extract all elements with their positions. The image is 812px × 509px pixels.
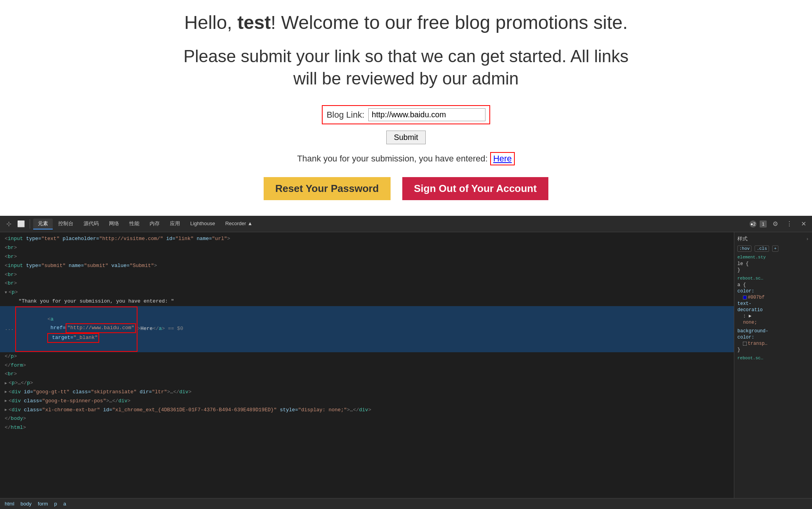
tab-memory[interactable]: 内存 [145, 219, 164, 229]
welcome-heading: Hello, test! Welcome to our free blog pr… [184, 12, 628, 33]
toolbar-separator [30, 219, 30, 229]
style-val-color: #007bf [737, 295, 809, 300]
tab-elements[interactable]: 元素 [33, 219, 53, 229]
submit-button[interactable]: Submit [386, 131, 425, 144]
code-line-8[interactable]: ... <a href="http://www.baidu.com" targe… [0, 306, 734, 352]
tab-performance[interactable]: 性能 [125, 219, 144, 229]
reset-password-button[interactable]: Reset Your Password [264, 177, 391, 200]
devtools-panel: ⊹ ⬜ 元素 控制台 源代码 网络 性能 内存 应用 Lighthouse Re… [0, 216, 812, 509]
code-line-1: <br> [0, 244, 734, 253]
blog-link-label: Blog Link: [327, 110, 364, 120]
styles-header: 样式 › [737, 235, 809, 242]
circle-badge: ●2 [750, 220, 757, 228]
style-source-reboot2: reboot.sc… [737, 356, 809, 360]
rect-badge: 1 [760, 220, 767, 228]
style-source-1: element.sty [737, 255, 809, 260]
style-prop-textdec2: decoratio [737, 307, 809, 313]
username: test [237, 12, 271, 33]
code-line-17: </html> [0, 423, 734, 432]
style-selector-2: a { [737, 282, 809, 288]
code-line-15: ▶<div class="xl-chrome-ext-bar" id="xl_c… [0, 406, 734, 415]
thank-you-message: Thank you for your submission, you have … [297, 154, 490, 163]
signout-button[interactable]: Sign Out of Your Account [402, 177, 548, 200]
code-line-10: </form> [0, 361, 734, 370]
styles-title: 样式 [737, 235, 748, 242]
code-line-16: </body> [0, 414, 734, 423]
settings-icon[interactable]: ⚙ [770, 219, 781, 229]
style-bg-color: background- [737, 328, 809, 334]
style-bg-color2: color: [737, 335, 809, 340]
devtools-tabs: 元素 控制台 源代码 网络 性能 内存 应用 Lighthouse Record… [33, 219, 257, 229]
hov-button[interactable]: :hov [737, 246, 751, 252]
breadcrumb-body[interactable]: body [21, 501, 32, 507]
add-style-button[interactable]: + [772, 246, 779, 252]
style-bg-transp: transp… [737, 341, 809, 346]
here-link[interactable]: Here [490, 152, 515, 165]
blog-link-form-row: Blog Link: [322, 105, 490, 124]
code-line-5: <br> [0, 279, 734, 288]
breadcrumb-form[interactable]: form [38, 501, 48, 507]
code-line-9: </p> [0, 352, 734, 361]
style-bg-close: } [737, 347, 809, 353]
tab-sources[interactable]: 源代码 [79, 219, 104, 229]
code-line-4: <br> [0, 271, 734, 280]
device-tool-icon[interactable]: ⬜ [16, 219, 27, 229]
sidebar-arrow-icon[interactable]: › [806, 236, 809, 242]
code-line-6: ▼<p> [0, 288, 734, 297]
blog-link-input[interactable] [368, 108, 485, 121]
code-line-11: <br> [0, 370, 734, 379]
breadcrumb-p[interactable]: p [54, 501, 57, 507]
code-line-12: ▶<p>…</p> [0, 379, 734, 388]
cursor-tool-icon[interactable]: ⊹ [3, 219, 14, 229]
tab-network[interactable]: 网络 [104, 219, 124, 229]
style-val-textdec: : ► [737, 314, 809, 319]
style-section-bg: background- color: transp… } [737, 328, 809, 353]
close-icon[interactable]: ✕ [798, 219, 809, 229]
breadcrumb-a[interactable]: a [63, 501, 66, 507]
code-line-2: <br> [0, 253, 734, 262]
style-source-2: reboot.sc… [737, 276, 809, 281]
style-prop-textdec: text- [737, 301, 809, 306]
thank-you-text: Thank you for your submission, you have … [297, 152, 515, 165]
code-line-3: <input type="submit" name="submit" value… [0, 262, 734, 271]
style-rule-1-close: } [737, 267, 809, 273]
style-pseudo-buttons: :hov .cls + [737, 246, 809, 252]
devtools-right-controls: ●2 1 ⚙ ⋮ ✕ [750, 219, 809, 229]
style-prop-color: color: [737, 289, 809, 294]
subtitle: Please submit your link so that we can g… [172, 45, 641, 90]
code-line-13: ▶<div id="goog-gt-tt" class="skiptransla… [0, 388, 734, 397]
devtools-toolbar: ⊹ ⬜ 元素 控制台 源代码 网络 性能 内存 应用 Lighthouse Re… [0, 216, 812, 232]
tab-lighthouse[interactable]: Lighthouse [186, 219, 220, 229]
style-section-reboot2: reboot.sc… [737, 356, 809, 360]
devtools-bottom-bar: html body form p a [0, 498, 812, 509]
code-line-7: "Thank you for your submission, you have… [0, 297, 734, 306]
more-icon[interactable]: ⋮ [784, 219, 795, 229]
style-val-none: none; [737, 320, 809, 325]
cls-button[interactable]: .cls [755, 246, 769, 252]
tab-recorder[interactable]: Recorder ▲ [221, 219, 257, 229]
style-section-2: reboot.sc… a { color: #007bf text- decor… [737, 276, 809, 325]
devtools-body: <input type="text" placeholder="http://v… [0, 232, 812, 498]
action-buttons: Reset Your Password Sign Out of Your Acc… [264, 177, 548, 200]
code-line-14: ▶<div class="goog-te-spinner-pos">…</div… [0, 397, 734, 406]
tab-application[interactable]: 应用 [165, 219, 185, 229]
devtools-styles-sidebar: 样式 › :hov .cls + element.sty le { } rebo… [734, 232, 812, 498]
code-line-0: <input type="text" placeholder="http://v… [0, 235, 734, 244]
main-content: Hello, test! Welcome to our free blog pr… [0, 0, 812, 216]
style-rule-1: le { [737, 261, 809, 267]
devtools-code-panel[interactable]: <input type="text" placeholder="http://v… [0, 232, 734, 498]
tab-console[interactable]: 控制台 [54, 219, 78, 229]
breadcrumb-html[interactable]: html [5, 501, 14, 507]
